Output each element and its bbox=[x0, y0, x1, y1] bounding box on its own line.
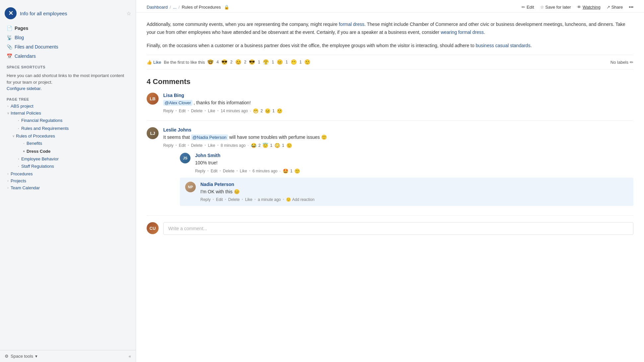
more-button[interactable]: ••• bbox=[629, 5, 633, 10]
like-label: Like bbox=[153, 60, 161, 65]
leslie-edit-btn[interactable]: Edit bbox=[179, 143, 186, 148]
edit-label: Edit bbox=[527, 5, 534, 10]
breadcrumb-ellipsis[interactable]: ... bbox=[173, 5, 177, 10]
lock-icon: 🔒 bbox=[224, 5, 229, 10]
emoji-reaction-3[interactable]: 😊 bbox=[235, 59, 242, 65]
lisa-delete-btn[interactable]: Delete bbox=[191, 109, 203, 113]
nadia-mention[interactable]: @Nadia Peterson bbox=[191, 135, 228, 140]
leslie-emoji-1[interactable]: 😂 bbox=[251, 143, 256, 148]
save-for-later-button[interactable]: ☆ Save for later bbox=[540, 5, 571, 10]
leslie-emoji-2[interactable]: 😇 bbox=[262, 143, 268, 148]
page-content: Additionally, some community events, whe… bbox=[136, 13, 644, 362]
leslie-author[interactable]: Leslie Johns bbox=[163, 127, 633, 133]
leslie-delete-btn[interactable]: Delete bbox=[191, 143, 203, 148]
john-author[interactable]: John Smith bbox=[195, 153, 633, 158]
emoji-reaction-6[interactable]: 😐 bbox=[277, 59, 283, 65]
reaction-icon: 🙂 bbox=[286, 197, 291, 202]
sidebar-item-calendars[interactable]: 📅 Calendars bbox=[5, 52, 131, 60]
nadia-delete-btn[interactable]: Delete bbox=[228, 197, 240, 202]
emoji-reaction-2[interactable]: 😎 bbox=[221, 59, 228, 65]
emoji-reaction-1[interactable]: 🤓 bbox=[207, 59, 214, 65]
comment-input[interactable]: Write a comment... bbox=[163, 222, 633, 235]
dot-icon: · bbox=[16, 163, 21, 169]
tree-item-team-calendar[interactable]: › Team Calendar bbox=[0, 184, 136, 191]
breadcrumb: Dashboard / ... / Rules of Procedures 🔒 … bbox=[136, 0, 644, 13]
leslie-comment-body: Leslie Johns It seems that @Nadia Peters… bbox=[163, 127, 633, 209]
tree-item-financial-regulations[interactable]: · Financial Regulations bbox=[0, 117, 136, 125]
share-label: Share bbox=[611, 5, 623, 10]
leslie-add-reaction[interactable]: 🙂 bbox=[286, 143, 292, 148]
like-bar: 👍 Like Be the first to like this 🤓 4 😎 2… bbox=[147, 55, 633, 69]
edit-button[interactable]: ✏ Edit bbox=[522, 5, 534, 10]
john-add-reaction[interactable]: 🙂 bbox=[294, 168, 300, 174]
financial-regulations-label: Financial Regulations bbox=[21, 118, 62, 123]
blog-label: Blog bbox=[15, 35, 24, 40]
nadia-edit-btn[interactable]: Edit bbox=[216, 197, 223, 202]
tree-item-employee-behavior[interactable]: › Employee Behavior bbox=[0, 155, 136, 162]
tree-item-internal-policies[interactable]: ∨ Internal Policies bbox=[0, 110, 136, 117]
sidebar-footer: ⚙ Space tools ▾ « bbox=[0, 350, 136, 362]
emoji-reaction-5[interactable]: 😤 bbox=[263, 59, 269, 65]
tree-item-abs-project[interactable]: › ABS project bbox=[0, 103, 136, 110]
tree-item-procedures[interactable]: › Procedures bbox=[0, 170, 136, 177]
like-button[interactable]: 👍 Like bbox=[147, 60, 161, 65]
tree-item-projects[interactable]: › Projects bbox=[0, 177, 136, 184]
lisa-emoji-1[interactable]: 😁 bbox=[253, 108, 258, 114]
collapse-icon: « bbox=[129, 354, 131, 359]
john-like-btn[interactable]: Like bbox=[240, 169, 247, 173]
lisa-reply-btn[interactable]: Reply bbox=[163, 109, 174, 113]
space-title[interactable]: Info for all employees bbox=[20, 11, 123, 16]
sidebar-item-pages[interactable]: 📄 Pages bbox=[5, 24, 131, 33]
alex-clover-mention[interactable]: @Alex Clover bbox=[163, 100, 192, 106]
tree-item-dress-code[interactable]: • Dress Code bbox=[0, 147, 136, 155]
emoji-count-6: 1 bbox=[286, 60, 288, 64]
breadcrumb-dashboard[interactable]: Dashboard bbox=[147, 5, 168, 10]
comment-1: LB Lisa Bing @Alex Clover , thanks for t… bbox=[147, 93, 633, 121]
lisa-emoji-2[interactable]: 😐 bbox=[265, 108, 270, 114]
john-reply-btn[interactable]: Reply bbox=[195, 169, 205, 173]
emoji-reaction-7[interactable]: 😶 bbox=[291, 59, 297, 65]
tree-item-staff-regulations[interactable]: · Staff Regulations bbox=[0, 162, 136, 170]
lisa-emoji-count-2: 1 bbox=[272, 109, 275, 113]
sidebar-logo[interactable]: ✕ bbox=[5, 7, 17, 19]
dot-icon: · bbox=[16, 118, 21, 124]
leslie-emoji-3[interactable]: 😳 bbox=[274, 143, 280, 148]
configure-sidebar-link[interactable]: Configure sidebar. bbox=[7, 86, 42, 91]
dot-icon: · bbox=[21, 140, 27, 146]
john-delete-btn[interactable]: Delete bbox=[223, 169, 235, 173]
tree-item-rules-requirements[interactable]: · Rules and Requirements bbox=[0, 125, 136, 133]
formal-dress-link2[interactable]: wearing formal dress bbox=[441, 30, 484, 35]
emoji-reaction-8[interactable]: 🙂 bbox=[304, 59, 311, 65]
space-tools-button[interactable]: ⚙ Space tools ▾ bbox=[5, 354, 37, 359]
collapse-sidebar-button[interactable]: « bbox=[129, 354, 131, 359]
add-reaction-button[interactable]: 🙂 Add reaction bbox=[286, 197, 314, 202]
sidebar-item-files[interactable]: 📎 Files and Documents bbox=[5, 43, 131, 51]
formal-dress-link1[interactable]: formal dress bbox=[339, 22, 364, 27]
leslie-reply-btn[interactable]: Reply bbox=[163, 143, 174, 148]
leslie-emoji-count-3: 1 bbox=[282, 143, 284, 148]
emoji-reaction-4[interactable]: 😎 bbox=[249, 59, 255, 65]
labels-edit-icon[interactable]: ✏ bbox=[630, 60, 633, 65]
lisa-add-reaction[interactable]: 🙂 bbox=[277, 108, 282, 114]
lisa-like-btn[interactable]: Like bbox=[208, 109, 215, 113]
nadia-author[interactable]: Nadia Peterson bbox=[200, 182, 628, 187]
leslie-comment-text: It seems that @Nadia Peterson will have … bbox=[163, 134, 633, 141]
sidebar-item-blog[interactable]: 📡 Blog bbox=[5, 33, 131, 42]
business-casual-link[interactable]: business casual standards bbox=[476, 43, 531, 48]
employee-behavior-label: Employee Behavior bbox=[21, 156, 59, 161]
lisa-author[interactable]: Lisa Bing bbox=[163, 93, 633, 98]
nadia-reply-btn[interactable]: Reply bbox=[200, 197, 211, 202]
nadia-like-btn[interactable]: Like bbox=[245, 197, 252, 202]
john-edit-btn[interactable]: Edit bbox=[211, 169, 218, 173]
emoji-count-2: 2 bbox=[230, 60, 233, 64]
share-button[interactable]: ↗ Share bbox=[607, 5, 623, 10]
tree-item-benefits[interactable]: · Benefits bbox=[0, 139, 136, 147]
tree-item-rules-of-procedures[interactable]: ∨ Rules of Procedures bbox=[0, 133, 136, 139]
john-emoji-1[interactable]: 🤩 bbox=[283, 168, 288, 174]
thumbs-up-icon: 👍 bbox=[147, 60, 152, 65]
watching-button[interactable]: 👁 Watching bbox=[577, 5, 601, 10]
lisa-edit-btn[interactable]: Edit bbox=[179, 109, 186, 113]
star-icon[interactable]: ☆ bbox=[126, 10, 131, 17]
leslie-like-btn[interactable]: Like bbox=[208, 143, 215, 148]
dot-icon: · bbox=[16, 126, 21, 132]
